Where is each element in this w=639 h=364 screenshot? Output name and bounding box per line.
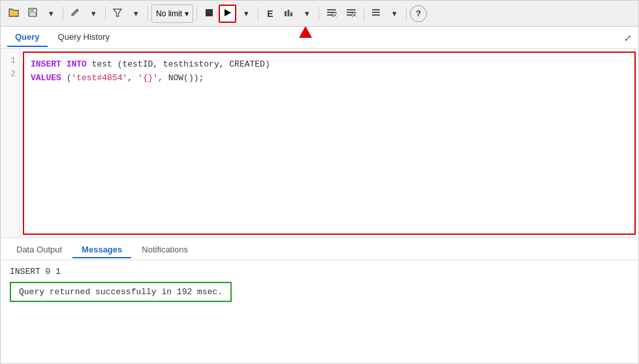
svg-rect-8	[290, 12, 292, 16]
svg-rect-9	[327, 9, 336, 10]
help-icon: ?	[416, 8, 421, 18]
edit-button[interactable]	[67, 5, 84, 23]
separator-7	[364, 7, 364, 21]
success-box: Query returned successfully in 192 msec.	[10, 282, 629, 302]
list-button[interactable]	[367, 5, 384, 23]
explain-icon: E	[267, 8, 273, 19]
edit-caret-button[interactable]: ▾	[85, 5, 102, 23]
svg-rect-1	[30, 8, 34, 12]
filter-button[interactable]	[109, 5, 126, 23]
tab-messages[interactable]: Messages	[72, 242, 131, 258]
code-editor[interactable]: INSERT INTO test (testID, testhistory, C…	[23, 52, 636, 235]
chart-caret-icon: ▾	[305, 8, 309, 18]
save-caret-button[interactable]: ▾	[42, 5, 59, 23]
scratch2-button[interactable]	[342, 5, 360, 23]
edit-caret-icon: ▾	[91, 8, 96, 18]
separator-2	[105, 7, 106, 21]
output-area: INSERT 0 1 Query returned successfully i…	[1, 260, 638, 362]
expand-icon: ⤢	[624, 33, 632, 43]
chart-caret-button[interactable]: ▾	[298, 5, 315, 23]
line-number-1: 1	[5, 54, 16, 68]
svg-marker-5	[225, 9, 231, 16]
separator-3	[148, 7, 148, 21]
bottom-tab-bar: Data Output Messages Notifications	[1, 238, 638, 260]
no-limit-caret-icon: ▾	[185, 9, 189, 18]
filter-caret-button[interactable]: ▾	[127, 5, 144, 23]
keyword-into: INTO	[67, 59, 87, 69]
help-button[interactable]: ?	[410, 5, 427, 22]
list-caret-button[interactable]: ▾	[386, 5, 403, 23]
run-arrow-indicator	[299, 26, 312, 38]
run-caret-button[interactable]: ▾	[238, 5, 255, 23]
tab-notifications[interactable]: Notifications	[132, 242, 197, 258]
separator-6	[319, 7, 319, 21]
save-icon	[28, 8, 37, 19]
separator-5	[258, 7, 258, 21]
separator-4	[196, 7, 197, 21]
code-line-1: INSERT INTO test (testID, testhistory, C…	[31, 58, 628, 72]
filter-caret-icon: ▾	[134, 8, 138, 18]
stop-button[interactable]	[200, 5, 217, 23]
line-numbers: 1 2	[1, 49, 20, 237]
string-val-1: 'test#4854'	[71, 73, 127, 83]
folder-icon	[8, 8, 19, 19]
filter-icon	[113, 8, 122, 19]
svg-marker-3	[114, 9, 121, 16]
no-limit-label: No limit	[156, 9, 182, 18]
svg-rect-20	[372, 12, 380, 13]
svg-rect-4	[206, 9, 213, 16]
tab-query-history[interactable]: Query History	[50, 28, 117, 47]
chart-icon	[284, 8, 293, 19]
scratch2-icon	[346, 8, 356, 19]
no-limit-dropdown[interactable]: No limit ▾	[151, 5, 193, 23]
string-val-2: '{}'	[138, 73, 158, 83]
list-icon	[371, 8, 381, 19]
svg-rect-21	[372, 14, 380, 16]
svg-rect-7	[288, 10, 290, 16]
scratch1-button[interactable]	[322, 5, 341, 23]
line-number-2: 2	[5, 68, 16, 82]
stop-icon	[205, 8, 213, 19]
svg-rect-6	[285, 11, 287, 16]
output-insert-line: INSERT 0 1	[10, 267, 629, 277]
list-caret-icon: ▾	[392, 8, 397, 18]
editor-area: 1 2 INSERT INTO test (testID, testhistor…	[1, 49, 638, 238]
svg-rect-13	[347, 9, 356, 10]
query-tab-bar: Query Query History ⤢	[1, 27, 638, 49]
svg-rect-19	[372, 9, 380, 10]
code-line-2: VALUES ('test#4854', '{}', NOW());	[31, 72, 628, 85]
run-caret-icon: ▾	[244, 8, 249, 18]
pencil-icon	[70, 8, 80, 19]
run-button[interactable]	[219, 5, 236, 23]
scratch1-icon	[326, 8, 337, 19]
open-folder-button[interactable]	[5, 5, 23, 23]
expand-button[interactable]: ⤢	[624, 33, 632, 43]
chart-button[interactable]	[280, 5, 297, 23]
save-caret-icon: ▾	[49, 8, 54, 18]
tab-query[interactable]: Query	[7, 28, 48, 47]
explain-button[interactable]: E	[262, 5, 279, 23]
separator-1	[63, 7, 63, 21]
toolbar: ▾ ▾ ▾ No limit ▾	[1, 1, 638, 27]
tab-data-output[interactable]: Data Output	[7, 242, 71, 258]
keyword-values: VALUES	[31, 73, 61, 83]
keyword-insert: INSERT	[31, 59, 61, 69]
svg-rect-2	[29, 12, 36, 16]
separator-8	[406, 7, 407, 21]
save-button[interactable]	[24, 5, 41, 23]
run-icon	[223, 8, 232, 19]
